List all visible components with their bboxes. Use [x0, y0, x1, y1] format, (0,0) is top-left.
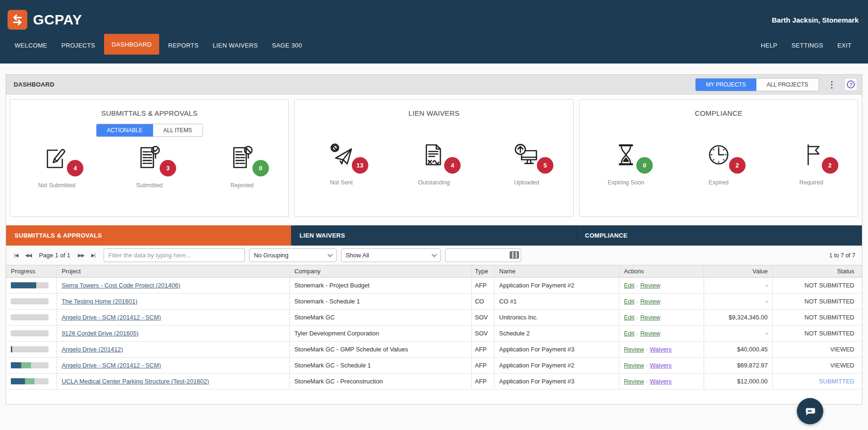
review-link[interactable]: Review: [640, 330, 660, 337]
company-cell: StoneMark GC - Preconstruction: [289, 374, 471, 389]
tab-lien-waivers[interactable]: LIEN WAIVERS: [291, 225, 576, 246]
stat-not-sent[interactable]: 13 Not Sent: [297, 142, 386, 186]
project-link[interactable]: Angelo Drive - SCM (201412 - SCM): [62, 314, 161, 321]
actions-cell: Edit·Review: [619, 310, 704, 325]
review-link[interactable]: Review: [640, 314, 660, 321]
project-link[interactable]: UCLA Medical Center Parking Structure (T…: [62, 378, 209, 385]
nav-sage-300[interactable]: SAGE 300: [265, 33, 309, 57]
stat-not-submitted[interactable]: 4 Not Submitted: [12, 144, 101, 189]
actionable-toggle: ACTIONABLE ALL ITEMS: [96, 124, 203, 137]
value-cell: $9,324,345.00: [704, 310, 772, 325]
card-lien-waivers: LIEN WAIVERS 13: [294, 99, 573, 217]
count-badge: 2: [729, 157, 746, 174]
nav-exit[interactable]: EXIT: [830, 33, 859, 57]
last-page-button[interactable]: ▶|: [90, 252, 97, 259]
name-cell: Application For Payment #2: [494, 358, 619, 373]
stat-expired[interactable]: 2 Expired: [674, 142, 763, 186]
action-separator: ·: [634, 330, 640, 337]
status-cell: NOT SUBMITTED: [772, 278, 862, 293]
type-cell: AFP: [471, 278, 494, 293]
help-button[interactable]: ?: [844, 78, 857, 91]
stat-rejected[interactable]: 0 Rejected: [197, 144, 286, 189]
column-header-value[interactable]: Value: [704, 265, 772, 277]
nav-reports[interactable]: REPORTS: [161, 33, 206, 57]
all-items-button[interactable]: ALL ITEMS: [153, 124, 203, 136]
count-badge: 3: [160, 160, 176, 176]
waivers-link[interactable]: Waivers: [650, 378, 672, 385]
edit-link[interactable]: Edit: [624, 330, 634, 337]
status-cell: VIEWED: [772, 358, 862, 373]
review-link[interactable]: Review: [640, 282, 660, 289]
waivers-link[interactable]: Waivers: [650, 346, 672, 353]
project-link[interactable]: Angelo Drive (201412): [62, 346, 123, 353]
dashboard-panel: DASHBOARD MY PROJECTS ALL PROJECTS ⋮ ? S…: [6, 74, 862, 405]
column-header-company[interactable]: Company: [289, 265, 471, 277]
columns-icon[interactable]: [510, 251, 519, 259]
card-compliance: COMPLIANCE 0 Expiring Soon: [579, 99, 858, 217]
tab-submittals-approvals[interactable]: SUBMITTALS & APPROVALS: [6, 225, 291, 246]
name-cell: Application For Payment #3: [494, 342, 619, 357]
column-header-status[interactable]: Status: [772, 265, 862, 277]
nav-help[interactable]: HELP: [754, 33, 784, 57]
column-header-actions[interactable]: Actions: [619, 265, 704, 277]
table-row: Angelo Drive (201412) StoneMark GC - GMP…: [6, 342, 862, 358]
row-range-indicator: 1 to 7 of 7: [829, 252, 855, 259]
action-separator: ·: [634, 314, 640, 321]
type-cell: AFP: [471, 374, 494, 389]
progress-bar: [11, 362, 49, 368]
nav-welcome[interactable]: WELCOME: [8, 33, 54, 57]
progress-bar: [11, 346, 49, 352]
column-header-name[interactable]: Name: [494, 265, 619, 277]
stat-required[interactable]: 2 Required: [767, 142, 856, 186]
actionable-button[interactable]: ACTIONABLE: [97, 124, 153, 136]
count-badge: 0: [636, 157, 653, 174]
nav-lien-waivers[interactable]: LIEN WAIVERS: [206, 33, 265, 57]
review-link[interactable]: Review: [624, 362, 644, 369]
status-filter-value: Show All: [346, 252, 369, 259]
grouping-select[interactable]: No Grouping: [249, 248, 337, 262]
edit-link[interactable]: Edit: [624, 314, 634, 321]
waivers-link[interactable]: Waivers: [650, 362, 672, 369]
filter-input[interactable]: [104, 248, 245, 262]
first-page-button[interactable]: |◀: [13, 252, 19, 259]
actions-cell: Review·Waivers: [619, 374, 704, 389]
stat-label: Not Submitted: [12, 182, 101, 189]
nav-settings[interactable]: SETTINGS: [784, 33, 830, 57]
value-cell: $12,000.00: [704, 374, 772, 389]
review-link[interactable]: Review: [624, 346, 644, 353]
my-projects-button[interactable]: MY PROJECTS: [696, 79, 756, 91]
actions-cell: Review·Waivers: [619, 342, 704, 357]
status-filter-select[interactable]: Show All: [341, 248, 441, 262]
logo-text: GCPAY: [33, 12, 82, 28]
edit-link[interactable]: Edit: [624, 298, 634, 305]
review-link[interactable]: Review: [640, 298, 660, 305]
chevron-down-icon: [324, 249, 336, 262]
edit-link[interactable]: Edit: [624, 282, 634, 289]
tab-compliance[interactable]: COMPLIANCE: [576, 225, 862, 246]
chat-launcher-button[interactable]: [797, 398, 823, 424]
project-link[interactable]: The Testing Home (201601): [62, 298, 138, 305]
kebab-menu-icon[interactable]: ⋮: [826, 80, 838, 90]
value-cell: -: [704, 294, 772, 309]
nav-dashboard[interactable]: DASHBOARD: [104, 34, 159, 55]
stat-submitted[interactable]: 3 Submitted: [105, 144, 194, 189]
prev-page-button[interactable]: ◀◀: [24, 252, 32, 259]
column-header-project[interactable]: Project: [57, 265, 289, 277]
review-link[interactable]: Review: [624, 378, 644, 385]
stat-outstanding[interactable]: 4 Outstanding: [389, 142, 479, 186]
table-tabs: SUBMITTALS & APPROVALS LIEN WAIVERS COMP…: [6, 225, 862, 246]
project-link[interactable]: Angelo Drive - SCM (201412 - SCM): [62, 362, 161, 369]
gcpay-logo[interactable]: GCPAY: [8, 10, 82, 30]
column-header-type[interactable]: Type: [471, 265, 494, 277]
stat-expiring-soon[interactable]: 0 Expiring Soon: [582, 142, 671, 186]
table-row: 9126 Cordell Drive (201605) Tyler Develo…: [6, 326, 862, 342]
project-link[interactable]: 9126 Cordell Drive (201605): [62, 330, 138, 337]
main-nav: WELCOME PROJECTS DASHBOARD REPORTS LIEN …: [0, 33, 868, 57]
column-header-progress[interactable]: Progress: [6, 265, 57, 277]
stat-uploaded[interactable]: 5 Uploaded: [482, 142, 571, 186]
next-page-button[interactable]: ▶▶: [76, 252, 85, 259]
table-body: Sierra Towers - Cost Code Project (20140…: [6, 278, 862, 390]
project-link[interactable]: Sierra Towers - Cost Code Project (20140…: [62, 282, 180, 289]
all-projects-button[interactable]: ALL PROJECTS: [756, 79, 819, 91]
nav-projects[interactable]: PROJECTS: [54, 33, 102, 57]
